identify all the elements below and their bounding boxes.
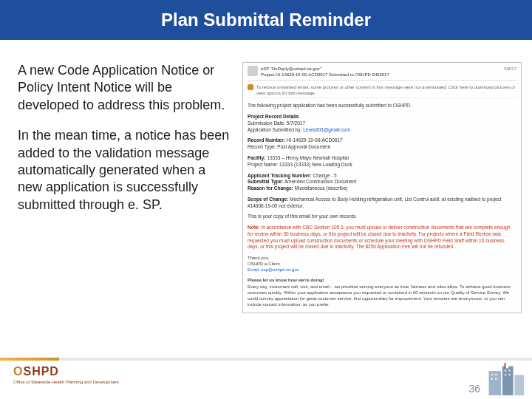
footer-accent-bar (0, 358, 59, 361)
tracking-heading: Applicant Tracking Number: (248, 173, 312, 178)
sig: OSHPD e-Client (248, 262, 280, 266)
record-type-label: Record Type: (248, 144, 276, 149)
email-header-lines: eSP "NoReply@oshpd.ca.gov" Project HI-14… (261, 66, 501, 78)
warning-icon (248, 84, 253, 90)
svg-rect-6 (495, 374, 497, 376)
paragraph-1: A new Code Application Notice or Policy … (18, 62, 232, 114)
paragraph-2: In the mean time, a notice has been adde… (18, 127, 232, 214)
sig-email: Email: esp@oshpd.ca.gov (248, 267, 299, 272)
feedback-block: Please let us know how we're doing! Ever… (248, 277, 516, 307)
note-body: In accordance with CBC Section 105.3, yo… (248, 225, 511, 249)
record-number-label: Record Number: (248, 137, 285, 143)
feedback-heading: Please let us know how we're doing! (248, 278, 324, 282)
facility: 13333 – Henry Mayo Newhall Hospital (267, 155, 349, 160)
tracking: Change - 5 (313, 173, 337, 178)
project-name: 13333 (13333) New Loading Dock (279, 162, 352, 167)
svg-rect-4 (514, 375, 524, 395)
feedback-body: Every day, customers call, visit, and em… (248, 284, 511, 307)
svg-rect-8 (495, 378, 497, 380)
email-header: eSP "NoReply@oshpd.ca.gov" Project HI-14… (248, 66, 516, 81)
page-number: 36 (468, 383, 480, 395)
title-bar: Plan Submittal Reminder (0, 0, 532, 40)
logo-subtext: Office of Statewide Health Planning and … (13, 380, 119, 384)
facility-block: Facility: 13333 – Henry Mayo Newhall Hos… (248, 155, 516, 168)
submission-date: 5/7/2017 (287, 120, 305, 126)
email-date: 5/8/17 (504, 66, 516, 72)
project-name-label: Project Name: (248, 162, 278, 167)
svg-rect-3 (506, 363, 509, 368)
svg-rect-0 (489, 371, 502, 395)
svg-rect-10 (508, 369, 511, 372)
record-type: Post Approval Document (277, 144, 330, 149)
note-label: Note: (248, 225, 260, 230)
submission-date-label: Submission Date: (248, 120, 285, 126)
submittal-type-label: Submittal Type: (248, 179, 283, 184)
facility-label: Facility: (248, 155, 266, 160)
email-from: eSP "NoReply@oshpd.ca.gov" (261, 66, 501, 72)
signature-block: Thank you, OSHPD e-Client Email: esp@osh… (248, 255, 516, 273)
avatar-icon (248, 66, 258, 76)
svg-rect-1 (502, 366, 514, 395)
email-screenshot: eSP "NoReply@oshpd.ca.gov" Project HI-14… (242, 62, 522, 313)
note-block: Note: In accordance with CBC Section 105… (248, 225, 516, 250)
slide-footer: OSHPD Office of Statewide Health Plannin… (0, 358, 532, 399)
oshpd-logo: OSHPD Office of Statewide Health Plannin… (13, 365, 119, 384)
reason: Miscellaneous (describe) (295, 185, 348, 191)
email-subject: Project HI-14629-19-00-ACD0017 Submitted… (261, 72, 501, 78)
thanks: Thank you, (248, 256, 270, 260)
email-intro: The following project application has be… (248, 103, 516, 109)
copy-note: This is your copy of this email for your… (248, 214, 516, 220)
building-icon (485, 362, 526, 398)
email-warning-text: To reduce unwanted email, some pictures … (256, 84, 516, 96)
submitted-by: Lewis803@gmail.com (303, 127, 350, 132)
record-number: HI-14629-19-00-ACD0017 (287, 137, 343, 143)
svg-rect-5 (491, 374, 493, 376)
svg-rect-12 (508, 374, 511, 376)
svg-rect-7 (491, 378, 493, 380)
submittal-type: Amended Construction Document (284, 179, 357, 184)
tracking-block: Applicant Tracking Number: Change - 5 Su… (248, 173, 516, 192)
reason-label: Reason for Change: (248, 185, 293, 191)
project-details: Project Record Details Submission Date: … (248, 114, 516, 133)
slide-title: Plan Submittal Reminder (161, 10, 371, 30)
submitted-by-label: Application Submitted by: (248, 127, 301, 132)
record-block: Record Number: HI-14629-19-00-ACD0017 Re… (248, 137, 516, 151)
email-warning-row: To reduce unwanted email, some pictures … (248, 83, 516, 98)
scope-label: Scope of Change: (248, 197, 288, 202)
svg-rect-11 (505, 374, 507, 376)
content-area: A new Code Application Notice or Policy … (0, 40, 532, 313)
svg-rect-9 (505, 369, 507, 372)
details-heading: Project Record Details (248, 114, 299, 119)
scope-block: Scope of Change: Mechanical Access to Bo… (248, 197, 516, 210)
body-text-column: A new Code Application Notice or Policy … (18, 62, 232, 313)
